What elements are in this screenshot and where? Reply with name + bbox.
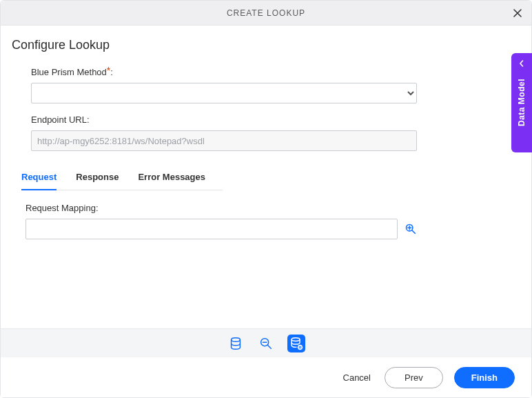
request-mapping-block: Request Mapping:	[25, 203, 417, 239]
tab-response[interactable]: Response	[76, 168, 119, 190]
dialog-footer: Cancel Prev Finish	[1, 357, 531, 397]
form-block: Blue Prism Method*: Endpoint URL:	[31, 65, 417, 151]
search-minus-icon	[258, 336, 274, 351]
section-heading: Configure Lookup	[12, 38, 520, 52]
step-filter-button[interactable]	[257, 335, 275, 352]
method-label: Blue Prism Method*:	[31, 65, 113, 77]
svg-point-6	[291, 337, 300, 341]
close-icon	[513, 8, 522, 18]
search-icon	[405, 223, 417, 235]
create-lookup-dialog: CREATE LOOKUP Configure Lookup Blue Pris…	[0, 0, 532, 398]
database-icon	[228, 336, 243, 351]
chevron-left-icon	[518, 60, 525, 67]
prev-button[interactable]: Prev	[385, 367, 443, 388]
finish-button[interactable]: Finish	[454, 367, 515, 388]
steps-icon-strip	[1, 328, 531, 357]
tab-request[interactable]: Request	[21, 168, 57, 190]
method-label-text: Blue Prism Method	[31, 67, 107, 77]
tabs-bar: Request Response Error Messages	[21, 168, 223, 190]
data-model-side-tab[interactable]: Data Model	[511, 53, 532, 152]
request-mapping-row	[25, 219, 417, 239]
step-configure-button[interactable]	[287, 335, 305, 352]
endpoint-field: Endpoint URL:	[31, 113, 417, 151]
mapping-search-button[interactable]	[405, 223, 417, 235]
svg-point-8	[300, 346, 301, 348]
close-button[interactable]	[511, 6, 524, 20]
svg-line-5	[267, 345, 271, 348]
request-mapping-input[interactable]	[25, 219, 398, 239]
svg-point-2	[232, 337, 241, 341]
data-model-label: Data Model	[517, 79, 526, 126]
request-mapping-label: Request Mapping:	[25, 203, 417, 213]
dialog-title: CREATE LOOKUP	[227, 8, 305, 18]
method-field: Blue Prism Method*:	[31, 65, 417, 103]
dialog-content: Configure Lookup Blue Prism Method*: End…	[1, 26, 531, 328]
endpoint-input	[31, 130, 417, 151]
method-select[interactable]	[31, 83, 417, 103]
database-gear-icon	[289, 336, 304, 351]
cancel-button[interactable]: Cancel	[340, 368, 374, 387]
endpoint-label: Endpoint URL:	[31, 115, 90, 125]
method-label-colon: :	[110, 67, 113, 77]
step-datasource-button[interactable]	[227, 335, 245, 352]
svg-line-1	[412, 230, 415, 233]
tab-error-messages[interactable]: Error Messages	[138, 168, 205, 190]
dialog-titlebar: CREATE LOOKUP	[1, 1, 531, 26]
